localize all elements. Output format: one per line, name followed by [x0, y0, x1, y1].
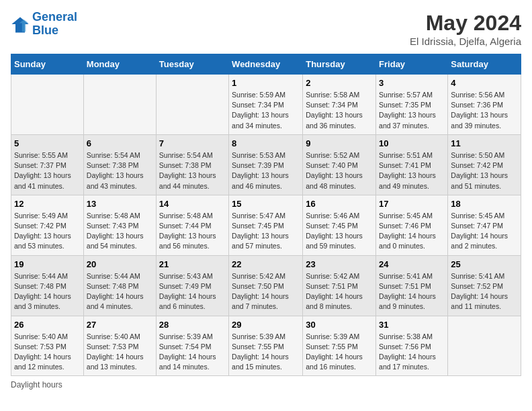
day-info: Sunrise: 5:44 AMSunset: 7:48 PMDaylight:… [14, 271, 81, 312]
main-title: May 2024 [410, 11, 521, 36]
day-info: Sunrise: 5:50 AMSunset: 7:42 PMDaylight:… [451, 150, 518, 191]
week-row-3: 12Sunrise: 5:49 AMSunset: 7:42 PMDayligh… [11, 195, 521, 255]
day-info: Sunrise: 5:57 AMSunset: 7:35 PMDaylight:… [379, 90, 445, 131]
calendar-cell: 10Sunrise: 5:51 AMSunset: 7:41 PMDayligh… [376, 134, 448, 195]
calendar-cell: 23Sunrise: 5:42 AMSunset: 7:51 PMDayligh… [303, 255, 376, 316]
day-info: Sunrise: 5:52 AMSunset: 7:40 PMDaylight:… [306, 150, 373, 191]
calendar-cell: 13Sunrise: 5:48 AMSunset: 7:43 PMDayligh… [83, 195, 156, 255]
footer-text: Daylight hours [11, 380, 62, 390]
day-number: 23 [306, 259, 373, 269]
day-number: 20 [87, 259, 153, 269]
header-row: SundayMondayTuesdayWednesdayThursdayFrid… [11, 54, 521, 75]
header-day-wednesday: Wednesday [229, 54, 303, 75]
calendar-cell: 22Sunrise: 5:42 AMSunset: 7:50 PMDayligh… [229, 255, 303, 316]
day-number: 7 [159, 138, 226, 148]
calendar-cell: 8Sunrise: 5:53 AMSunset: 7:39 PMDaylight… [229, 134, 303, 195]
day-info: Sunrise: 5:55 AMSunset: 7:37 PMDaylight:… [14, 150, 81, 191]
calendar-cell [156, 75, 228, 135]
calendar-cell [448, 316, 521, 376]
subtitle: El Idrissia, Djelfa, Algeria [410, 36, 521, 47]
day-number: 28 [159, 320, 226, 330]
day-number: 16 [306, 199, 373, 209]
day-number: 10 [379, 138, 445, 148]
day-number: 31 [379, 320, 445, 330]
calendar-cell: 29Sunrise: 5:39 AMSunset: 7:55 PMDayligh… [229, 316, 303, 376]
day-number: 4 [451, 78, 518, 88]
calendar-cell: 4Sunrise: 5:56 AMSunset: 7:36 PMDaylight… [448, 75, 521, 135]
calendar-cell: 25Sunrise: 5:41 AMSunset: 7:52 PMDayligh… [448, 255, 521, 316]
calendar-cell: 12Sunrise: 5:49 AMSunset: 7:42 PMDayligh… [11, 195, 84, 255]
day-number: 17 [379, 199, 445, 209]
day-number: 14 [159, 199, 226, 209]
calendar-cell: 31Sunrise: 5:38 AMSunset: 7:56 PMDayligh… [376, 316, 448, 376]
header-day-friday: Friday [376, 54, 448, 75]
calendar-header: SundayMondayTuesdayWednesdayThursdayFrid… [11, 54, 521, 75]
day-number: 12 [14, 199, 81, 209]
calendar-cell: 28Sunrise: 5:39 AMSunset: 7:54 PMDayligh… [156, 316, 228, 376]
footer: Daylight hours [11, 380, 521, 390]
day-number: 26 [14, 320, 81, 330]
day-info: Sunrise: 5:47 AMSunset: 7:45 PMDaylight:… [232, 211, 300, 252]
title-section: May 2024 El Idrissia, Djelfa, Algeria [410, 11, 521, 47]
day-info: Sunrise: 5:40 AMSunset: 7:53 PMDaylight:… [14, 332, 81, 373]
day-number: 24 [379, 259, 445, 269]
day-number: 11 [451, 138, 518, 148]
day-number: 3 [379, 78, 445, 88]
calendar-cell: 15Sunrise: 5:47 AMSunset: 7:45 PMDayligh… [229, 195, 303, 255]
header-day-tuesday: Tuesday [156, 54, 228, 75]
calendar-cell: 27Sunrise: 5:40 AMSunset: 7:53 PMDayligh… [83, 316, 156, 376]
day-number: 9 [306, 138, 373, 148]
day-info: Sunrise: 5:54 AMSunset: 7:38 PMDaylight:… [87, 150, 153, 191]
day-number: 30 [306, 320, 373, 330]
day-info: Sunrise: 5:56 AMSunset: 7:36 PMDaylight:… [451, 90, 518, 131]
logo: General Blue [11, 11, 77, 38]
day-info: Sunrise: 5:43 AMSunset: 7:49 PMDaylight:… [159, 271, 226, 312]
day-number: 15 [232, 199, 300, 209]
calendar-cell: 11Sunrise: 5:50 AMSunset: 7:42 PMDayligh… [448, 134, 521, 195]
day-number: 25 [451, 259, 518, 269]
calendar-cell: 19Sunrise: 5:44 AMSunset: 7:48 PMDayligh… [11, 255, 84, 316]
day-info: Sunrise: 5:39 AMSunset: 7:55 PMDaylight:… [306, 332, 373, 373]
calendar-cell: 21Sunrise: 5:43 AMSunset: 7:49 PMDayligh… [156, 255, 228, 316]
calendar-body: 1Sunrise: 5:59 AMSunset: 7:34 PMDaylight… [11, 75, 521, 376]
calendar-cell: 30Sunrise: 5:39 AMSunset: 7:55 PMDayligh… [303, 316, 376, 376]
day-info: Sunrise: 5:53 AMSunset: 7:39 PMDaylight:… [232, 150, 300, 191]
day-info: Sunrise: 5:48 AMSunset: 7:43 PMDaylight:… [87, 211, 153, 252]
calendar-cell: 18Sunrise: 5:45 AMSunset: 7:47 PMDayligh… [448, 195, 521, 255]
calendar-cell: 1Sunrise: 5:59 AMSunset: 7:34 PMDaylight… [229, 75, 303, 135]
day-info: Sunrise: 5:58 AMSunset: 7:34 PMDaylight:… [306, 90, 373, 131]
calendar-cell: 26Sunrise: 5:40 AMSunset: 7:53 PMDayligh… [11, 316, 84, 376]
day-number: 2 [306, 78, 373, 88]
day-info: Sunrise: 5:45 AMSunset: 7:46 PMDaylight:… [379, 211, 445, 252]
day-info: Sunrise: 5:40 AMSunset: 7:53 PMDaylight:… [87, 332, 153, 373]
day-number: 18 [451, 199, 518, 209]
day-info: Sunrise: 5:46 AMSunset: 7:45 PMDaylight:… [306, 211, 373, 252]
calendar-cell: 16Sunrise: 5:46 AMSunset: 7:45 PMDayligh… [303, 195, 376, 255]
day-info: Sunrise: 5:54 AMSunset: 7:38 PMDaylight:… [159, 150, 226, 191]
week-row-2: 5Sunrise: 5:55 AMSunset: 7:37 PMDaylight… [11, 134, 521, 195]
calendar-cell: 17Sunrise: 5:45 AMSunset: 7:46 PMDayligh… [376, 195, 448, 255]
logo-line2: Blue [32, 24, 58, 37]
day-info: Sunrise: 5:48 AMSunset: 7:44 PMDaylight:… [159, 211, 226, 252]
calendar-cell: 14Sunrise: 5:48 AMSunset: 7:44 PMDayligh… [156, 195, 228, 255]
logo-icon [11, 15, 30, 34]
day-info: Sunrise: 5:41 AMSunset: 7:52 PMDaylight:… [451, 271, 518, 312]
day-info: Sunrise: 5:39 AMSunset: 7:55 PMDaylight:… [232, 332, 300, 373]
header-day-sunday: Sunday [11, 54, 84, 75]
logo-line1: General [32, 10, 77, 24]
day-info: Sunrise: 5:42 AMSunset: 7:50 PMDaylight:… [232, 271, 300, 312]
day-number: 6 [87, 138, 153, 148]
day-number: 8 [232, 138, 300, 148]
day-number: 22 [232, 259, 300, 269]
calendar-cell: 24Sunrise: 5:41 AMSunset: 7:51 PMDayligh… [376, 255, 448, 316]
day-info: Sunrise: 5:59 AMSunset: 7:34 PMDaylight:… [232, 90, 300, 131]
page-header: General Blue May 2024 El Idrissia, Djelf… [11, 11, 521, 47]
day-info: Sunrise: 5:49 AMSunset: 7:42 PMDaylight:… [14, 211, 81, 252]
day-number: 19 [14, 259, 81, 269]
calendar-cell: 5Sunrise: 5:55 AMSunset: 7:37 PMDaylight… [11, 134, 84, 195]
calendar-table: SundayMondayTuesdayWednesdayThursdayFrid… [11, 54, 521, 376]
day-info: Sunrise: 5:51 AMSunset: 7:41 PMDaylight:… [379, 150, 445, 191]
week-row-1: 1Sunrise: 5:59 AMSunset: 7:34 PMDaylight… [11, 75, 521, 135]
day-info: Sunrise: 5:38 AMSunset: 7:56 PMDaylight:… [379, 332, 445, 373]
day-number: 5 [14, 138, 81, 148]
